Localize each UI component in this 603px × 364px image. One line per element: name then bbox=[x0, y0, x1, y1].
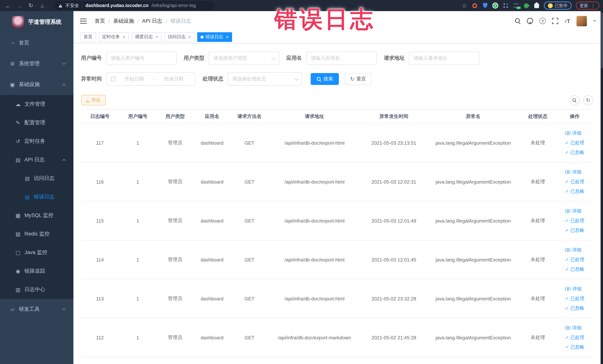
row-action-processed[interactable]: ✓已处理 bbox=[565, 334, 584, 341]
tab-首页[interactable]: 首页 bbox=[80, 32, 96, 42]
text-size-icon[interactable]: TT bbox=[565, 18, 570, 24]
chevron-up-icon bbox=[62, 159, 66, 163]
breadcrumb-item[interactable]: API 日志 bbox=[142, 18, 162, 24]
chevron-down-icon[interactable] bbox=[593, 20, 596, 22]
browser-menu-icon[interactable]: ⋮ bbox=[591, 3, 595, 8]
sidebar-item-dev-tools[interactable]: ▱研发工具 bbox=[0, 299, 73, 320]
refresh-button[interactable]: ↻ bbox=[583, 95, 593, 105]
row-action-ignored[interactable]: ✓已忽略 bbox=[565, 149, 584, 156]
breadcrumb-item[interactable]: 基础设施 bbox=[113, 18, 134, 24]
user-avatar[interactable] bbox=[577, 16, 587, 26]
process-status-select[interactable]: 请选择处理状态 bbox=[227, 72, 302, 86]
row-action-ignored[interactable]: ✓已忽略 bbox=[565, 227, 584, 234]
row-action-processed[interactable]: ✓已处理 bbox=[565, 218, 584, 224]
tab-错误日志[interactable]: 错误日志× bbox=[197, 32, 232, 42]
fullscreen-icon[interactable] bbox=[552, 18, 558, 24]
sidebar-item-access-log[interactable]: ▤访问日志 bbox=[0, 169, 73, 188]
sidebar-item-java-monitor[interactable]: ▢Java 监控 bbox=[0, 243, 73, 262]
extension-leaf-icon[interactable] bbox=[523, 2, 529, 9]
sidebar-item-file-manage[interactable]: ☁文件管理 bbox=[0, 95, 73, 114]
help-icon[interactable]: ? bbox=[540, 18, 546, 24]
row-action-ignored[interactable]: ✓已忽略 bbox=[565, 188, 584, 195]
row-action-detail[interactable]: 详细 bbox=[565, 208, 581, 214]
sidebar-item-redis-monitor[interactable]: ▧Redis 监控 bbox=[0, 225, 73, 243]
sidebar-item-infra[interactable]: ▣基础设施 bbox=[0, 74, 73, 95]
row-action-processed[interactable]: ✓已处理 bbox=[565, 295, 584, 302]
sidebar-item-mysql-monitor[interactable]: ▦MySQL 监控 bbox=[0, 206, 73, 225]
calendar-icon bbox=[111, 77, 116, 81]
cell-exception: java.lang.IllegalArgumentException bbox=[427, 140, 519, 146]
user-type-select[interactable]: 请选择用户类型 bbox=[209, 52, 279, 65]
log-icon: ▤ bbox=[24, 194, 30, 200]
extension-grid-icon[interactable] bbox=[502, 2, 509, 9]
user-id-input[interactable]: 请输入用户编号 bbox=[106, 52, 176, 65]
back-icon[interactable]: ← bbox=[4, 1, 12, 10]
log-icon: ▤ bbox=[24, 176, 30, 181]
date-range-input[interactable]: 开始日期 - 结束日期 bbox=[106, 72, 195, 86]
extension-green-icon[interactable]: V bbox=[492, 3, 498, 9]
row-action-detail[interactable]: 详细 bbox=[565, 169, 581, 175]
github-icon[interactable] bbox=[527, 18, 533, 24]
toggle-search-button[interactable] bbox=[569, 95, 580, 105]
profile-paused-badge[interactable]: 已暂停 bbox=[544, 1, 571, 10]
row-action-ignored[interactable]: ✓已忽略 bbox=[565, 344, 584, 350]
search-button[interactable]: 搜索 bbox=[311, 73, 339, 85]
column-header: 请求地址 bbox=[268, 113, 361, 120]
extension-orange-icon[interactable] bbox=[472, 2, 478, 9]
sidebar-item-trace[interactable]: ◉链路追踪 bbox=[0, 262, 73, 280]
app-name-input[interactable]: 请输入应用名 bbox=[306, 52, 376, 65]
sidebar-item-api-log[interactable]: ▤API 日志 bbox=[0, 151, 73, 169]
close-icon[interactable]: × bbox=[226, 35, 229, 39]
close-icon[interactable]: × bbox=[188, 35, 191, 39]
row-action-processed[interactable]: ✓已处理 bbox=[565, 257, 584, 263]
address-bar[interactable]: ! 不安全 dashboard.yudao.iocoder.cn/infra/l… bbox=[54, 1, 214, 10]
export-button[interactable]: ↓ 导出 bbox=[81, 95, 105, 105]
sidebar-item-error-log[interactable]: ▤错误日志 bbox=[0, 188, 73, 206]
divider bbox=[82, 3, 82, 8]
hamburger-icon[interactable] bbox=[80, 18, 87, 23]
request-url-input[interactable]: 请输入请求地址 bbox=[409, 52, 479, 65]
sidebar-item-label: 文件管理 bbox=[24, 101, 45, 107]
search-icon[interactable] bbox=[515, 18, 521, 24]
reload-icon[interactable]: ↻ bbox=[27, 1, 35, 10]
forward-icon[interactable]: → bbox=[15, 1, 23, 10]
row-action-detail[interactable]: 详细 bbox=[565, 325, 581, 331]
cell-id: 113 bbox=[81, 296, 119, 301]
close-icon[interactable]: × bbox=[155, 35, 158, 39]
cell-user_id: 1 bbox=[119, 296, 157, 301]
browser-update-button[interactable]: 更新 ⋮ bbox=[576, 1, 599, 10]
row-action-processed[interactable]: ✓已处理 bbox=[565, 140, 584, 146]
reset-button[interactable]: ↻ 重置 bbox=[345, 73, 371, 85]
sidebar-item-config-manage[interactable]: ✎配置管理 bbox=[0, 114, 73, 132]
extensions-puzzle-icon[interactable] bbox=[533, 2, 540, 9]
app-logo[interactable]: 芋道管理系统 bbox=[0, 11, 73, 33]
close-icon[interactable]: × bbox=[123, 35, 125, 39]
page-scrollbar[interactable] bbox=[601, 11, 603, 364]
cell-app: dashboard bbox=[194, 140, 231, 146]
extension-shield-icon[interactable] bbox=[482, 2, 488, 9]
home-icon[interactable]: ⌂ bbox=[38, 1, 46, 10]
page-content: 用户编号 请输入用户编号 用户类型 请选择用户类型 应用名 请输入应用名 请求地… bbox=[73, 43, 601, 364]
sidebar-item-home[interactable]: ◔首页 bbox=[0, 33, 73, 53]
row-action-detail[interactable]: 详细 bbox=[565, 130, 581, 136]
row-action-processed[interactable]: ✓已处理 bbox=[565, 178, 584, 185]
sidebar-item-scheduled-job[interactable]: ↺定时任务 bbox=[0, 132, 73, 151]
sidebar-item-log-center[interactable]: ▥日志中心 bbox=[0, 280, 73, 299]
filter-app-name: 应用名 请输入应用名 bbox=[286, 52, 376, 65]
row-action-ignored[interactable]: ✓已忽略 bbox=[565, 305, 584, 311]
check-icon: ✓ bbox=[565, 296, 569, 301]
bookmark-star-icon[interactable]: ☆ bbox=[461, 2, 467, 9]
scrollbar-thumb[interactable] bbox=[601, 13, 603, 68]
cell-url: /api/infra/db-doc/export-html bbox=[268, 218, 361, 223]
extension-on-icon[interactable]: on bbox=[513, 2, 519, 9]
sidebar-item-system[interactable]: ⚙系统管理 bbox=[0, 53, 73, 74]
tab-调度日志[interactable]: 调度日志× bbox=[132, 32, 162, 42]
row-action-detail[interactable]: 详细 bbox=[565, 247, 581, 253]
breadcrumb-item[interactable]: 首页 bbox=[95, 18, 105, 24]
tab-访问日志[interactable]: 访问日志× bbox=[164, 32, 194, 42]
filter-user-type: 用户类型 请选择用户类型 bbox=[184, 52, 279, 65]
row-action-detail[interactable]: 详细 bbox=[565, 286, 581, 292]
tab-定时任务[interactable]: 定时任务× bbox=[99, 32, 129, 42]
column-header: 异常发生时间 bbox=[360, 113, 427, 120]
row-action-ignored[interactable]: ✓已忽略 bbox=[565, 266, 584, 272]
